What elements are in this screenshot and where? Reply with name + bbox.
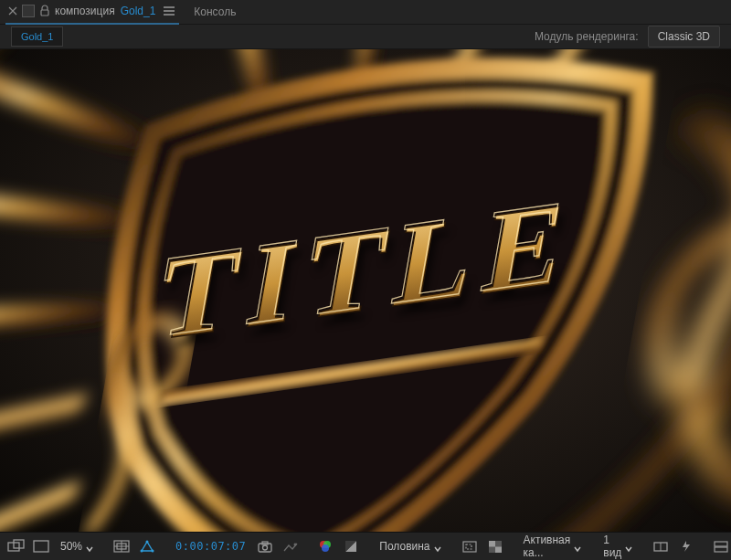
- resolution-dropdown[interactable]: Половина: [376, 540, 444, 553]
- renderer-label: Модуль рендеринга:: [535, 30, 639, 43]
- svg-rect-35: [495, 546, 502, 553]
- svg-rect-32: [466, 544, 471, 549]
- views-dropdown[interactable]: 1 вид: [599, 534, 636, 559]
- svg-point-27: [294, 543, 297, 545]
- transparency-toggle-icon[interactable]: [485, 536, 505, 556]
- renderer-dropdown[interactable]: Classic 3D: [648, 26, 720, 48]
- svg-rect-0: [41, 10, 48, 16]
- chevron-down-icon: [625, 543, 632, 550]
- renderer-value: Classic 3D: [658, 30, 710, 43]
- composition-viewport[interactable]: TITLE TITLE TITLE: [0, 49, 731, 532]
- tab-composition-name: Gold_1: [121, 5, 156, 17]
- safe-zones-icon[interactable]: [111, 536, 132, 556]
- chevron-down-icon: [574, 543, 581, 550]
- svg-point-22: [146, 541, 149, 544]
- chevron-down-icon: [86, 543, 93, 550]
- composition-panel: композиция Gold_1 Консоль Gold_1 Модуль …: [0, 0, 731, 560]
- zoom-dropdown[interactable]: 50%: [57, 540, 97, 553]
- panel-tab-bar: композиция Gold_1 Консоль: [0, 0, 731, 25]
- fast-preview-icon[interactable]: [676, 536, 696, 556]
- chevron-down-icon: [434, 543, 441, 550]
- composition-subheader: Gold_1 Модуль рендеринга: Classic 3D: [0, 25, 731, 49]
- timeline-icon[interactable]: [711, 536, 731, 556]
- snapshot-icon[interactable]: [255, 536, 275, 556]
- svg-rect-38: [715, 547, 727, 552]
- tab-composition-label: композиция: [55, 5, 115, 17]
- region-of-interest-icon[interactable]: [460, 536, 480, 556]
- panel-menu-icon[interactable]: [163, 5, 175, 16]
- svg-point-23: [152, 550, 154, 553]
- camera-dropdown[interactable]: Активная ка...: [520, 534, 586, 559]
- timecode-value: 0:00:07:07: [175, 540, 246, 553]
- svg-rect-34: [489, 541, 495, 547]
- channel-icon[interactable]: [315, 536, 335, 556]
- render-preview: TITLE TITLE TITLE: [0, 49, 731, 532]
- zoom-value: 50%: [60, 540, 82, 553]
- lock-icon[interactable]: [40, 5, 49, 16]
- composition-swatch-icon: [22, 5, 35, 17]
- camera-value: Активная ка...: [524, 534, 571, 559]
- tab-close-icon[interactable]: [9, 7, 16, 15]
- always-preview-icon[interactable]: [5, 536, 26, 556]
- svg-point-30: [322, 544, 329, 552]
- composition-breadcrumb-label: Gold_1: [21, 31, 53, 42]
- transparency-grid-icon[interactable]: [31, 536, 51, 556]
- svg-rect-39: [715, 542, 727, 546]
- timecode-display[interactable]: 0:00:07:07: [172, 540, 249, 553]
- tab-console-label: Консоль: [194, 5, 236, 18]
- svg-point-21: [141, 550, 143, 553]
- resolution-value: Половина: [379, 540, 429, 553]
- svg-point-25: [263, 545, 268, 550]
- views-value: 1 вид: [603, 534, 621, 559]
- renderer-area: Модуль рендеринга: Classic 3D: [535, 26, 720, 48]
- svg-rect-31: [463, 542, 476, 552]
- tab-console[interactable]: Консоль: [186, 5, 243, 18]
- exposure-icon[interactable]: [341, 536, 361, 556]
- pixel-aspect-icon[interactable]: [651, 536, 671, 556]
- composition-breadcrumb[interactable]: Gold_1: [11, 26, 63, 47]
- show-snapshot-icon[interactable]: [281, 536, 301, 556]
- mask-visibility-icon[interactable]: [137, 536, 157, 556]
- viewer-status-bar: 50% 0:00:07:07: [0, 532, 731, 560]
- tab-composition[interactable]: композиция Gold_1: [5, 0, 179, 25]
- svg-rect-16: [34, 541, 48, 552]
